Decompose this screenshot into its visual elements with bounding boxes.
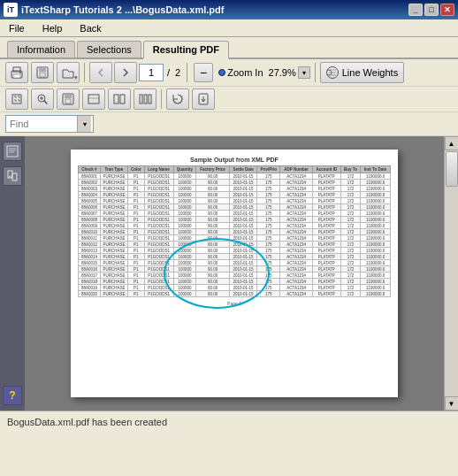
bookmarks-icon[interactable]	[3, 166, 22, 186]
tb2-btn6[interactable]	[134, 88, 156, 110]
col-qty: Quantity	[173, 166, 196, 173]
table-row: 88A0016PURCHASEP1P1GOODS110000090.002010…	[79, 266, 391, 273]
title-bar: iT iTextSharp Tutorials 2 ...\BogusData.…	[0, 0, 458, 19]
status-message: BogusData.xml.pdf has been created	[7, 417, 167, 427]
zoom-dot-icon	[218, 69, 225, 76]
pdf-data-table: Check # Tran Type Color Long Name Quanti…	[78, 165, 391, 297]
find-dropdown-button[interactable]: ▾	[77, 116, 91, 132]
help-icon[interactable]: ?	[3, 386, 22, 405]
svg-rect-15	[120, 95, 125, 104]
separator-1	[84, 63, 85, 82]
svg-rect-13	[88, 95, 99, 104]
tb2-btn4[interactable]	[82, 88, 105, 110]
table-row: 88A0002PURCHASEP1P1GOODS110000090.002010…	[79, 180, 391, 186]
table-row: 88A0009PURCHASEP1P1GOODS110000090.002010…	[79, 223, 391, 229]
page-number-input[interactable]: 1	[139, 64, 164, 81]
pdf-page-label: Page 1	[78, 301, 391, 306]
minimize-button[interactable]: _	[408, 4, 423, 16]
page-thumbnail-icon[interactable]	[3, 142, 22, 161]
col-buy: Buy To	[340, 166, 360, 173]
navigation-group: 1 / 2	[89, 62, 182, 83]
svg-rect-2	[13, 74, 20, 78]
tb2-btn7[interactable]	[166, 88, 189, 110]
table-row: 88A0018PURCHASEP1P1GOODS110000090.002010…	[79, 279, 391, 285]
tab-selections[interactable]: Selections	[77, 41, 141, 58]
table-row: 88A0004PURCHASEP1P1GOODS110000090.002010…	[79, 192, 391, 198]
zoom-label: Zoom In	[215, 67, 266, 78]
tab-resulting-pdf[interactable]: Resulting PDF	[143, 41, 229, 59]
line-weights-label: Line Weights	[342, 67, 398, 78]
zoom-out-button[interactable]: −	[194, 63, 213, 82]
pdf-document-title: Sample Output from XML PDF	[78, 157, 391, 163]
menu-help[interactable]: Help	[39, 21, 66, 35]
status-bar: BogusData.xml.pdf has been created	[0, 411, 458, 432]
toolbar-2	[0, 87, 458, 112]
svg-rect-11	[65, 94, 72, 98]
find-input-wrap: ▾	[5, 115, 94, 133]
prev-page-button[interactable]	[89, 62, 112, 83]
menu-file[interactable]: File	[5, 21, 28, 35]
table-row: 88A0010PURCHASEP1P1GOODS110000090.002010…	[79, 229, 391, 235]
maximize-button[interactable]: □	[424, 4, 439, 16]
table-row: 88A0015PURCHASEP1P1GOODS110000090.002010…	[79, 260, 391, 266]
table-row: 88A0006PURCHASEP1P1GOODS110000090.002010…	[79, 204, 391, 211]
col-name: Long Name	[144, 166, 173, 173]
svg-rect-16	[140, 95, 142, 104]
tb2-sep1	[161, 89, 162, 109]
col-account: Account ID	[312, 166, 340, 173]
svg-rect-25	[12, 173, 17, 180]
zoom-dropdown-button[interactable]: ▾	[298, 66, 310, 79]
svg-rect-5	[39, 67, 46, 72]
app-icon: iT	[4, 3, 18, 17]
tb2-btn1[interactable]	[5, 88, 28, 110]
svg-rect-18	[149, 95, 151, 104]
col-date: Settle Date	[229, 166, 256, 173]
table-row: 88A0011PURCHASEP1P1GOODS110000090.002010…	[79, 235, 391, 242]
scroll-down-button[interactable]: ▼	[445, 396, 459, 411]
print-button[interactable]	[5, 62, 28, 83]
save-button[interactable]	[31, 62, 54, 83]
table-row: 88A0001PURCHASEP1P1GOODS110000090.002010…	[79, 173, 391, 180]
table-row: 88A0020PURCHASEP1P1GOODS110000090.002010…	[79, 291, 391, 297]
col-adp: ADP Number	[280, 166, 312, 173]
tab-information[interactable]: Information	[7, 41, 75, 58]
svg-rect-12	[65, 99, 71, 104]
table-row: 88A0013PURCHASEP1P1GOODS110000090.002010…	[79, 248, 391, 254]
table-row: 88A0007PURCHASEP1P1GOODS110000090.002010…	[79, 211, 391, 217]
separator-2	[187, 63, 187, 82]
scroll-thumb[interactable]	[446, 151, 458, 187]
table-row: 88A0012PURCHASEP1P1GOODS110000090.002010…	[79, 242, 391, 248]
line-weights-button[interactable]: Line Weights	[320, 62, 404, 83]
tab-bar: Information Selections Resulting PDF	[0, 37, 458, 59]
page-total: 2	[173, 67, 182, 78]
next-page-button[interactable]	[114, 62, 137, 83]
menu-back[interactable]: Back	[76, 21, 104, 35]
tb2-btn3[interactable]	[57, 88, 80, 110]
pdf-page: Sample Output from XML PDF Check # Tran …	[71, 150, 398, 397]
col-tran: Tran Type	[100, 166, 127, 173]
col-check: Check #	[79, 166, 101, 173]
vertical-scrollbar: ▲ ▼	[444, 136, 458, 411]
menu-bar: File Help Back	[0, 19, 458, 37]
svg-rect-6	[40, 73, 45, 77]
col-priv: Priv/Prio	[257, 166, 280, 173]
tb2-btn2[interactable]	[31, 88, 54, 110]
toolbar-1: ▾ 1 / 2 − Zoom In 27.9% ▾ Line Weights	[0, 59, 458, 87]
scroll-up-button[interactable]: ▲	[445, 136, 459, 150]
tb2-btn5[interactable]	[108, 88, 131, 110]
title-controls: _ □ ✕	[408, 4, 454, 16]
col-inst: Inst To Date	[361, 166, 391, 173]
find-bar: ▾	[0, 112, 458, 136]
table-row: 88A0017PURCHASEP1P1GOODS110000090.002010…	[79, 273, 391, 279]
window-title: iTextSharp Tutorials 2 ...\BogusData.xml…	[21, 4, 224, 15]
open-button[interactable]: ▾	[57, 62, 80, 83]
pdf-viewer: Sample Output from XML PDF Check # Tran …	[25, 136, 444, 411]
table-row: 88A0014PURCHASEP1P1GOODS110000090.002010…	[79, 254, 391, 260]
close-button[interactable]: ✕	[440, 4, 454, 16]
tb2-btn8[interactable]	[192, 88, 215, 110]
line-weights-icon	[326, 66, 339, 79]
table-row: 88A0019PURCHASEP1P1GOODS110000090.002010…	[79, 285, 391, 291]
find-input[interactable]	[6, 119, 77, 129]
table-row: 88A0003PURCHASEP1P1GOODS110000090.002010…	[79, 186, 391, 192]
svg-rect-8	[12, 95, 21, 104]
